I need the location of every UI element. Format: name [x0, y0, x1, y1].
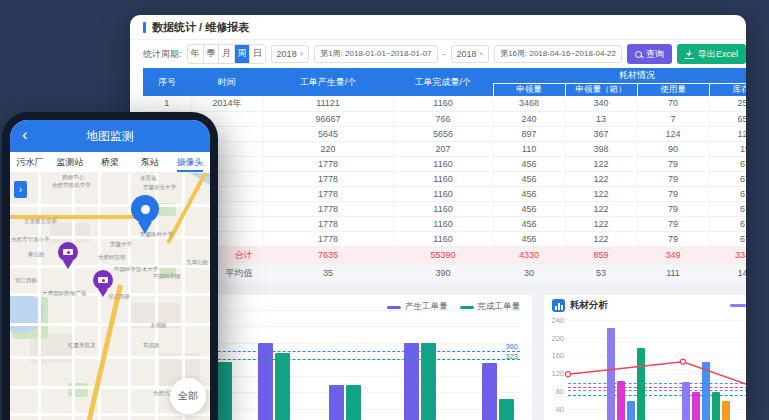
table-cell: 1160	[393, 96, 493, 111]
search-button-label: 查询	[646, 48, 664, 61]
table-row: 7177811604561227967	[143, 186, 746, 201]
table-cell: 129	[709, 126, 746, 141]
table-cell: 1160	[393, 231, 493, 246]
table-cell: 124	[637, 126, 709, 141]
table-cell: 122	[565, 231, 637, 246]
tab-泵站[interactable]: 泵站	[130, 152, 170, 172]
camera-glyph	[63, 249, 73, 255]
table-cell: 79	[637, 231, 709, 246]
table-cell: 90	[637, 141, 709, 156]
table-cell: 1778	[263, 186, 393, 201]
end-week-range[interactable]: 第16周: 2018-04-16~2018-04-22	[494, 45, 622, 63]
table-cell: 2014年	[191, 96, 263, 111]
tab-摄像头[interactable]: 摄像头	[170, 152, 210, 172]
tab-污水厂[interactable]: 污水厂	[10, 152, 50, 172]
table-cell: 5656	[393, 126, 493, 141]
table-header: 序号 时间 工单产生量/个 工单完成量/个 耗材情况 申领量 申领量（箱） 使用…	[143, 68, 746, 96]
table-body: 12014年1112111603468340702502966677662401…	[143, 96, 746, 282]
average-cell: 390	[393, 264, 493, 282]
bar	[499, 399, 514, 420]
map-view[interactable]: › 全部 购物中心体育场安徽农业大学合肥市琥珀中学五里墩立交桥安徽医科大学合肥市…	[10, 173, 210, 420]
end-year-select[interactable]: 2018 ▾	[451, 45, 490, 63]
table-cell: 766	[393, 111, 493, 126]
consumables-chart: 耗材分析 4080120160200240	[544, 295, 746, 420]
table-cell: 456	[493, 171, 565, 186]
export-button-label: 导出Excel	[698, 48, 738, 61]
period-option-日[interactable]: 日	[249, 45, 264, 63]
table-cell: 67	[709, 156, 746, 171]
export-excel-button[interactable]: 导出Excel	[677, 44, 746, 64]
col-header-sub3: 使用量	[637, 83, 709, 96]
table-cell: 1160	[393, 186, 493, 201]
table-cell: 1778	[263, 216, 393, 231]
total-cell: 3340	[709, 246, 746, 264]
table-cell: 11121	[263, 96, 393, 111]
map-label: 望江西路	[108, 293, 130, 301]
table-cell: 1778	[263, 171, 393, 186]
charts-section: 产生工单量完成工单量360323 耗材分析 4080120160200240	[130, 283, 746, 420]
bar	[421, 343, 436, 420]
selected-location-pin-icon[interactable]	[131, 195, 159, 223]
table-cell: 456	[493, 216, 565, 231]
phone-tab-bar: 污水厂监测站桥梁泵站摄像头	[10, 152, 210, 173]
map-highway	[81, 284, 123, 420]
table-cell: 398	[565, 141, 637, 156]
start-year-select[interactable]: 2018 ▾	[271, 45, 310, 63]
average-cell: 35	[263, 264, 393, 282]
table-row: 42202071103989019	[143, 141, 746, 156]
table-cell: 220	[263, 141, 393, 156]
table-cell: 122	[565, 216, 637, 231]
tab-监测站[interactable]: 监测站	[50, 152, 90, 172]
table-cell: 1160	[393, 156, 493, 171]
table-cell: 1778	[263, 231, 393, 246]
dashboard-window: 数据统计 / 维修报表 统计周期: 年季月周日 2018 ▾ 第1周: 2018…	[130, 15, 746, 420]
table-row: 8177811604561227967	[143, 201, 746, 216]
table-row: 5177811604561227967	[143, 156, 746, 171]
table-cell: 456	[493, 231, 565, 246]
table-cell: 67	[709, 216, 746, 231]
period-option-季[interactable]: 季	[203, 45, 218, 63]
period-option-周[interactable]: 周	[234, 45, 249, 63]
table-cell: 67	[709, 186, 746, 201]
table-cell: 79	[637, 156, 709, 171]
table-cell: 67	[709, 231, 746, 246]
table-cell: 1160	[393, 171, 493, 186]
map-road	[38, 173, 41, 420]
expand-panel-button[interactable]: ›	[14, 181, 27, 198]
map-label: 合肥市宁溪小学	[11, 236, 50, 244]
total-cell: 349	[637, 246, 709, 264]
phone-header: ‹ 地图监测	[10, 120, 210, 152]
camera-pin-icon[interactable]	[93, 270, 113, 290]
bar	[217, 362, 232, 420]
bar	[275, 353, 290, 420]
map-block	[50, 223, 90, 243]
table-cell: 207	[393, 141, 493, 156]
period-option-年[interactable]: 年	[188, 45, 203, 63]
map-label: 合肥科技馆	[98, 254, 126, 262]
legend-label: 产生工单量	[405, 301, 448, 313]
map-label: 九华山路	[186, 259, 208, 267]
search-button[interactable]: 查询	[627, 44, 672, 64]
show-all-button[interactable]: 全部	[170, 378, 206, 414]
table-row: 9177811604561227967	[143, 216, 746, 231]
breadcrumb: 数据统计 / 维修报表	[152, 20, 249, 35]
table-cell: 19	[709, 141, 746, 156]
map-label: 中国科学技术大学	[114, 266, 158, 274]
table-cell: 79	[637, 216, 709, 231]
camera-glyph	[98, 277, 108, 283]
tab-桥梁[interactable]: 桥梁	[90, 152, 130, 172]
table-cell: 7	[637, 111, 709, 126]
table-cell: 122	[565, 156, 637, 171]
period-option-月[interactable]: 月	[218, 45, 233, 63]
total-cell: 859	[565, 246, 637, 264]
map-label: 合肥市琥珀中学	[52, 182, 91, 190]
back-icon[interactable]: ‹	[22, 126, 28, 143]
camera-pin-icon[interactable]	[58, 242, 78, 262]
bar	[329, 385, 344, 420]
table-row: 296667766240137650	[143, 111, 746, 126]
map-label: 望江西路	[15, 277, 37, 285]
start-week-range[interactable]: 第1周: 2018-01-01~2018-01-07	[314, 45, 437, 63]
reference-line-label: 323	[505, 352, 518, 361]
bar	[346, 385, 361, 420]
total-cell: 7635	[263, 246, 393, 264]
